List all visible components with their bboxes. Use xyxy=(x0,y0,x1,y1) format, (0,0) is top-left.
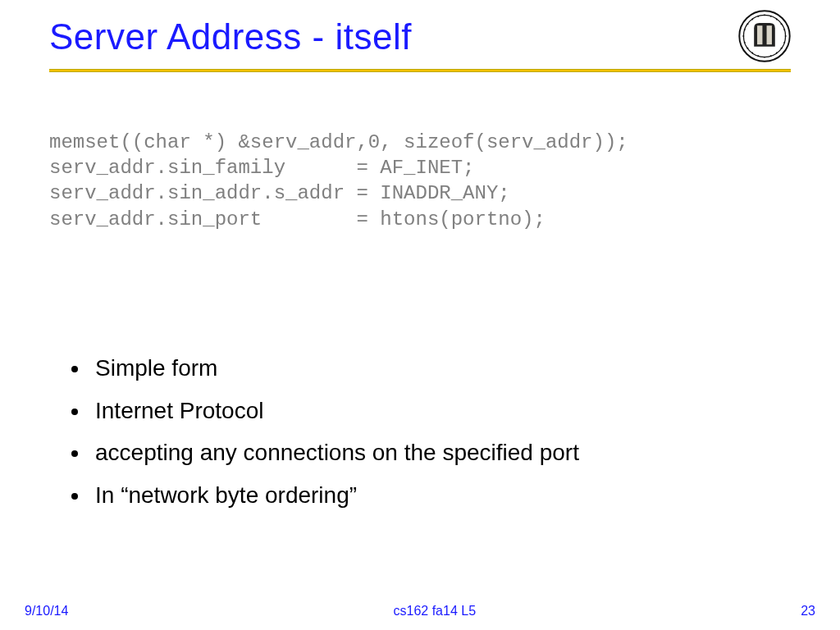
list-item: In “network byte ordering” xyxy=(90,474,791,517)
slide: Server Address - itself me xyxy=(0,0,840,630)
list-item: Simple form xyxy=(90,347,791,390)
svg-point-7 xyxy=(781,23,783,25)
svg-point-22 xyxy=(751,19,753,21)
header-row: Server Address - itself xyxy=(49,16,791,62)
svg-point-23 xyxy=(757,16,759,17)
svg-point-15 xyxy=(757,55,759,57)
footer: 9/10/14 cs162 fa14 L5 23 xyxy=(0,604,840,619)
code-line: memset((char *) &serv_addr,0, sizeof(ser… xyxy=(49,131,628,153)
bullet-list: Simple form Internet Protocol accepting … xyxy=(49,347,791,517)
svg-point-18 xyxy=(744,42,746,43)
svg-point-11 xyxy=(781,48,783,49)
svg-point-14 xyxy=(764,57,765,58)
svg-point-20 xyxy=(744,29,746,30)
footer-page: 23 xyxy=(801,604,815,619)
footer-course: cs162 fa14 L5 xyxy=(394,604,477,619)
code-line: serv_addr.sin_family = AF_INET; xyxy=(49,157,474,179)
footer-date: 9/10/14 xyxy=(25,604,68,619)
svg-point-13 xyxy=(770,55,772,57)
svg-point-6 xyxy=(776,19,778,21)
svg-rect-2 xyxy=(757,25,762,44)
list-item: Internet Protocol xyxy=(90,390,791,432)
svg-point-8 xyxy=(783,29,785,30)
svg-rect-3 xyxy=(767,25,772,44)
title-underline xyxy=(49,69,791,72)
svg-point-5 xyxy=(770,16,772,17)
code-line: serv_addr.sin_addr.s_addr = INADDR_ANY; xyxy=(49,182,510,204)
svg-point-10 xyxy=(783,42,785,43)
svg-point-16 xyxy=(751,52,753,54)
svg-point-4 xyxy=(764,14,765,16)
code-line: serv_addr.sin_port = htons(portno); xyxy=(49,208,546,231)
svg-point-17 xyxy=(747,48,749,49)
svg-point-21 xyxy=(747,23,749,25)
code-block: memset((char *) &serv_addr,0, sizeof(ser… xyxy=(49,130,791,232)
svg-point-9 xyxy=(785,35,787,37)
svg-point-19 xyxy=(742,35,744,37)
list-item: accepting any connections on the specifi… xyxy=(90,431,791,474)
svg-point-12 xyxy=(776,52,778,54)
university-seal-icon xyxy=(738,10,791,62)
page-title: Server Address - itself xyxy=(49,16,412,57)
